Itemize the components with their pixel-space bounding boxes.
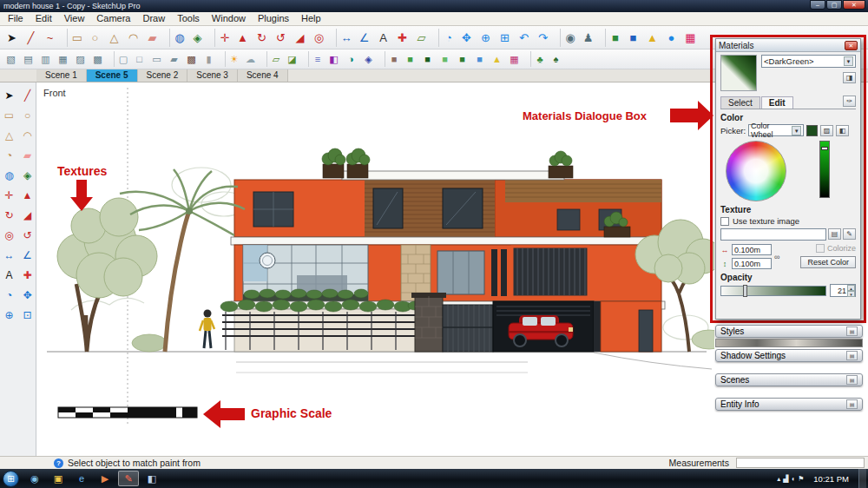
scene-tab-scene-3[interactable]: Scene 3	[187, 69, 238, 82]
opacity-slider[interactable]	[720, 286, 826, 296]
use-texture-checkbox[interactable]	[720, 217, 729, 226]
walk-icon[interactable]: ♟	[579, 29, 597, 47]
scene-tab-scene-2[interactable]: Scene 2	[138, 69, 188, 82]
polygon-icon[interactable]: △	[1, 127, 17, 143]
next-view-icon[interactable]: ↷	[534, 29, 552, 47]
color-wheel[interactable]	[726, 141, 786, 201]
orbit-icon[interactable]: ◔	[438, 29, 457, 47]
volume-icon[interactable]: ◖	[791, 475, 795, 483]
left-view-icon[interactable]: ▩	[89, 51, 106, 67]
rotate-icon[interactable]: ↻	[1, 207, 17, 223]
eyedropper-icon[interactable]: ✑	[843, 96, 856, 107]
axes-icon[interactable]: ✚	[19, 267, 36, 283]
hidden-icons-icon[interactable]: ▴	[777, 475, 780, 483]
menu-tools[interactable]: Tools	[171, 12, 206, 25]
xray-style-icon[interactable]: ▢	[114, 51, 130, 67]
reset-color-button[interactable]: Reset Color	[800, 256, 856, 268]
zoom-icon[interactable]: ⊕	[1, 307, 17, 323]
move-icon[interactable]: ✛	[214, 29, 233, 47]
pie-icon[interactable]: ◔	[1, 147, 17, 163]
tray-scenes[interactable]: Scenes ▤	[715, 373, 863, 386]
colorize-checkbox[interactable]	[816, 244, 825, 253]
shadow-settings-rollup-button[interactable]: ▤	[846, 351, 858, 360]
paint-bucket-icon[interactable]: ◍	[1, 167, 17, 183]
back-view-icon[interactable]: ▨	[72, 51, 89, 67]
scene-tab-scene-4[interactable]: Scene 4	[238, 69, 288, 82]
action-center-icon[interactable]: ⚑	[798, 475, 804, 483]
menu-file[interactable]: File	[2, 12, 30, 25]
top-view-icon[interactable]: ▤	[20, 51, 36, 67]
scenes-rollup-button[interactable]: ▤	[846, 375, 858, 385]
texture-width-input[interactable]: 0.100m	[732, 244, 772, 255]
iso-view-icon[interactable]: ▧	[3, 51, 19, 67]
cube-blue-icon[interactable]: ■	[471, 51, 488, 67]
push-pull-icon[interactable]: ▲	[19, 187, 36, 203]
offset-icon[interactable]: ◎	[310, 29, 328, 47]
offset-icon[interactable]: ◎	[1, 227, 17, 243]
start-button[interactable]: ⊞	[3, 471, 19, 487]
front-view-icon[interactable]: ▥	[37, 51, 54, 67]
zoom-extents-icon[interactable]: ⊡	[19, 307, 36, 323]
tray-styles[interactable]: Styles ▤	[715, 325, 863, 338]
opacity-slider-thumb[interactable]	[743, 285, 747, 297]
tab-select[interactable]: Select	[720, 96, 760, 109]
section-display-icon[interactable]: ▱	[266, 51, 283, 67]
rectangle-icon[interactable]: ▭	[1, 107, 17, 123]
entity-info-rollup-button[interactable]: ▤	[846, 399, 858, 409]
fog-toggle-icon[interactable]: ☁	[242, 51, 259, 67]
tree-component-icon[interactable]: ♣	[530, 51, 547, 67]
components-browser-icon[interactable]: ◈	[360, 51, 377, 67]
position-camera-icon[interactable]: ◉	[560, 29, 578, 47]
menu-edit[interactable]: Edit	[30, 12, 58, 25]
tape-measure-icon[interactable]: ↔	[1, 247, 17, 263]
scale-icon[interactable]: ◢	[291, 29, 309, 47]
shaded-style-icon[interactable]: ▰	[166, 51, 182, 67]
zoom-window-icon[interactable]: ⊞	[496, 29, 514, 47]
close-button[interactable]: ✕	[843, 0, 865, 10]
menu-view[interactable]: View	[58, 12, 91, 25]
minimize-button[interactable]: –	[810, 0, 825, 10]
pan-icon[interactable]: ✥	[19, 287, 36, 303]
cone-yellow-icon[interactable]: ▲	[489, 51, 505, 67]
select-icon[interactable]: ➤	[1, 87, 17, 103]
previous-view-icon[interactable]: ↶	[515, 29, 533, 47]
cone-tool-icon[interactable]: ▲	[643, 29, 661, 47]
texture-filename-input[interactable]	[720, 228, 826, 241]
select-icon[interactable]: ➤	[3, 29, 21, 47]
scene-tab-scene-5[interactable]: Scene 5	[87, 69, 138, 82]
eraser-icon[interactable]: ▰	[19, 147, 36, 163]
value-slider-thumb[interactable]	[821, 147, 828, 150]
measurements-input[interactable]	[736, 458, 865, 468]
line-icon[interactable]: ╱	[22, 29, 40, 47]
close-icon[interactable]: ✕	[845, 41, 858, 50]
shrub-component-icon[interactable]: ♠	[548, 51, 564, 67]
browse-texture-button[interactable]: ▤	[828, 228, 841, 240]
material-preview-swatch[interactable]	[720, 55, 757, 91]
menu-plugins[interactable]: Plugins	[252, 12, 295, 25]
taskbar-sketchup[interactable]: ✎	[118, 471, 139, 486]
match-screen-color-button[interactable]: ▨	[820, 125, 833, 136]
component-cube-green-icon[interactable]: ■	[605, 29, 623, 47]
monochrome-style-icon[interactable]: ▮	[201, 51, 217, 67]
group-cube-icon[interactable]: ■	[385, 51, 401, 67]
make-component-icon[interactable]: ◈	[19, 167, 36, 183]
materials-titlebar[interactable]: Materials ✕	[716, 39, 860, 52]
help-icon[interactable]: ?	[54, 458, 63, 468]
styles-rollup-button[interactable]: ▤	[846, 326, 858, 336]
cube-dark-green-icon[interactable]: ■	[419, 51, 436, 67]
follow-me-icon[interactable]: ↺	[272, 29, 290, 47]
make-component-icon[interactable]: ◈	[188, 29, 207, 47]
taskbar-image-viewer[interactable]: ◧	[141, 471, 162, 486]
edit-texture-button[interactable]: ✎	[843, 228, 856, 240]
styles-browser-icon[interactable]: ◑	[343, 51, 359, 67]
cube-pale-green-icon[interactable]: ■	[437, 51, 453, 67]
wireframe-style-icon[interactable]: □	[131, 51, 148, 67]
tape-measure-icon[interactable]: ↔	[336, 29, 354, 47]
picker-dropdown[interactable]: Color Wheel ▼	[748, 124, 804, 136]
opacity-value-input[interactable]: 21 ▴ ▾	[830, 284, 856, 297]
opacity-spin-up-icon[interactable]: ▴	[847, 285, 855, 291]
secondary-pane-button[interactable]: ◨	[843, 72, 856, 83]
paint-bucket-icon[interactable]: ◍	[169, 29, 187, 47]
taskbar-media-app[interactable]: ◉	[24, 471, 45, 486]
hidden-line-style-icon[interactable]: ▭	[148, 51, 165, 67]
